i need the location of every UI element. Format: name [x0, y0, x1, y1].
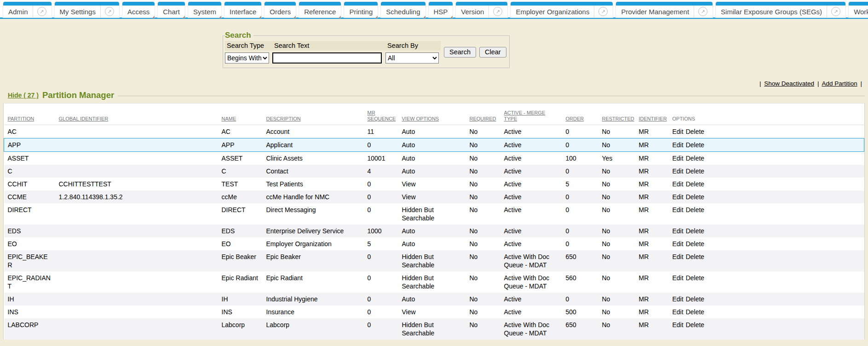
- edit-link[interactable]: Edit: [673, 253, 684, 260]
- sort-link-order[interactable]: ORDER: [566, 116, 584, 122]
- edit-link[interactable]: Edit: [673, 227, 684, 235]
- table-row-direct[interactable]: DIRECTDIRECTDirect Messaging0Hidden But …: [4, 203, 864, 225]
- cell-required: No: [466, 165, 500, 178]
- nav-tab-my-settings[interactable]: My Settings↗: [55, 2, 119, 17]
- nav-tab-hsp[interactable]: HSP: [429, 2, 453, 17]
- nav-tab-employer-organizations[interactable]: Employer Organizations↗: [511, 2, 613, 17]
- cell-global-identifier: [55, 165, 218, 178]
- edit-link[interactable]: Edit: [673, 321, 684, 329]
- cell-identifier: MR: [635, 250, 669, 271]
- table-row-ac[interactable]: ACACAccount11AutoNoActive0NoMREditDelete: [4, 125, 864, 138]
- sort-link-partition[interactable]: PARTITION: [8, 116, 34, 122]
- table-row-ccme[interactable]: CCME1.2.840.114398.1.35.2ccMeccMe Handle…: [4, 190, 864, 203]
- table-row-eo[interactable]: EOEOEmployer Organization5AutoNoActive0N…: [4, 237, 864, 250]
- table-row-cchit[interactable]: CCHITCCHITTESTTESTTESTTest Patients0View…: [4, 178, 864, 190]
- open-new-window-icon[interactable]: ↗: [831, 7, 840, 16]
- sort-link-required[interactable]: REQUIRED: [470, 116, 496, 122]
- edit-link[interactable]: Edit: [673, 274, 684, 282]
- search-type-select[interactable]: Begins With: [225, 52, 269, 63]
- nav-tab-version[interactable]: Version↗: [456, 2, 507, 17]
- cell-view-options: Hidden But Searchable: [398, 271, 466, 293]
- cell-global-identifier: [55, 203, 218, 225]
- open-new-window-icon[interactable]: ↗: [105, 7, 114, 16]
- delete-link[interactable]: Delete: [686, 253, 704, 260]
- edit-link[interactable]: Edit: [673, 128, 684, 135]
- nav-tab-access[interactable]: Access: [122, 2, 155, 17]
- nav-tab-chart[interactable]: Chart: [158, 2, 185, 17]
- column-header-description: DESCRIPTION: [263, 104, 364, 125]
- open-new-window-icon[interactable]: ↗: [493, 7, 502, 16]
- delete-link[interactable]: Delete: [686, 274, 704, 282]
- sort-link-identifier[interactable]: IDENTIFIER: [639, 116, 667, 122]
- nav-tab-work-locations[interactable]: Work Locations↗: [849, 2, 868, 17]
- edit-link[interactable]: Edit: [673, 240, 684, 248]
- table-row-eds[interactable]: EDSEDSEnterprise Delivery Service1000Aut…: [4, 225, 864, 237]
- delete-link[interactable]: Delete: [686, 180, 704, 188]
- table-row-ins[interactable]: INSINSInsurance0ViewNoActive500NoMREditD…: [4, 306, 864, 318]
- search-panel: Search Search Type Search Text Search By…: [223, 31, 510, 68]
- open-new-window-icon[interactable]: ↗: [698, 7, 707, 16]
- edit-link[interactable]: Edit: [673, 295, 684, 303]
- nav-tab-admin[interactable]: Admin↗: [3, 2, 52, 17]
- delete-link[interactable]: Delete: [686, 128, 704, 135]
- cell-mr-sequence: 0: [364, 178, 398, 190]
- delete-link[interactable]: Delete: [686, 167, 704, 175]
- edit-link[interactable]: Edit: [673, 155, 684, 162]
- hide-count-link[interactable]: Hide ( 27 ): [8, 92, 39, 99]
- cell-restricted: No: [598, 178, 635, 190]
- nav-tab-label: Access: [127, 6, 149, 17]
- cell-view-options: Hidden But Searchable: [398, 203, 466, 225]
- nav-tab-interface[interactable]: Interface: [224, 2, 261, 17]
- delete-link[interactable]: Delete: [686, 155, 704, 162]
- clear-button[interactable]: Clear: [479, 47, 506, 58]
- table-row-epic-radiant[interactable]: EPIC_RADIANTEpic RadiantEpic Radiant0Hid…: [4, 271, 864, 293]
- nav-tab-scheduling[interactable]: Scheduling: [381, 2, 425, 17]
- cell-active-merge-type: Active: [500, 138, 562, 152]
- nav-tab-printing[interactable]: Printing: [344, 2, 378, 17]
- nav-tab-provider-management[interactable]: Provider Management↗: [616, 2, 713, 17]
- open-new-window-icon[interactable]: ↗: [598, 7, 608, 16]
- table-row-asset[interactable]: ASSETASSETClinic Assets10001AutoNoActive…: [4, 152, 864, 165]
- sort-link-mr-sequence[interactable]: MR SEQUENCE: [368, 110, 396, 122]
- delete-link[interactable]: Delete: [686, 206, 704, 213]
- edit-link[interactable]: Edit: [673, 167, 684, 175]
- add-partition-link[interactable]: Add Partition: [822, 80, 857, 87]
- sort-link-restricted[interactable]: RESTRICTED: [602, 116, 634, 122]
- sort-link-active-merge-type[interactable]: ACTIVE - MERGE TYPE: [504, 110, 549, 122]
- sort-link-global-identifier[interactable]: GLOBAL IDENTIFIER: [59, 116, 109, 122]
- delete-link[interactable]: Delete: [686, 295, 704, 303]
- delete-link[interactable]: Delete: [686, 321, 704, 329]
- search-by-select[interactable]: All: [385, 52, 439, 63]
- edit-link[interactable]: Edit: [673, 141, 684, 149]
- nav-tab-reference[interactable]: Reference: [299, 2, 341, 17]
- sort-link-name[interactable]: NAME: [222, 116, 236, 122]
- table-row-c[interactable]: CCContact4AutoNoActive0NoMREditDelete: [4, 165, 864, 178]
- edit-link[interactable]: Edit: [673, 193, 684, 201]
- table-row-ih[interactable]: IHIHIndustrial Hygiene0AutoNoActive0NoMR…: [4, 293, 864, 306]
- open-new-window-icon[interactable]: ↗: [37, 7, 46, 16]
- nav-tab-orders[interactable]: Orders: [264, 2, 296, 17]
- edit-link[interactable]: Edit: [673, 206, 684, 213]
- delete-link[interactable]: Delete: [686, 141, 704, 149]
- edit-link[interactable]: Edit: [673, 308, 684, 316]
- nav-tab-similar-exposure-groups-segs[interactable]: Similar Exposure Groups (SEGs)↗: [716, 2, 845, 17]
- cell-options: EditDelete: [669, 178, 864, 190]
- cell-identifier: MR: [635, 318, 669, 340]
- cell-mr-sequence: 0: [364, 138, 398, 152]
- delete-link[interactable]: Delete: [686, 227, 704, 235]
- delete-link[interactable]: Delete: [686, 308, 704, 316]
- cell-name: DIRECT: [218, 203, 263, 225]
- delete-link[interactable]: Delete: [686, 193, 704, 201]
- show-deactivated-link[interactable]: Show Deactivated: [764, 80, 814, 87]
- search-text-input[interactable]: [272, 52, 382, 63]
- table-row-epic-beaker[interactable]: EPIC_BEAKEREpic BeakerEpic Beaker0Hidden…: [4, 250, 864, 271]
- table-row-app[interactable]: APPAPPApplicant0AutoNoActive0NoMREditDel…: [4, 138, 864, 152]
- search-button[interactable]: Search: [444, 47, 476, 58]
- nav-tab-system[interactable]: System: [188, 2, 221, 17]
- delete-link[interactable]: Delete: [686, 240, 704, 248]
- cell-restricted: Yes: [598, 152, 635, 165]
- edit-link[interactable]: Edit: [673, 180, 684, 188]
- sort-link-view-options[interactable]: VIEW OPTIONS: [402, 116, 439, 122]
- table-row-labcorp[interactable]: LABCORPLabcorpLabcorp0Hidden But Searcha…: [4, 318, 864, 340]
- sort-link-description[interactable]: DESCRIPTION: [266, 116, 301, 122]
